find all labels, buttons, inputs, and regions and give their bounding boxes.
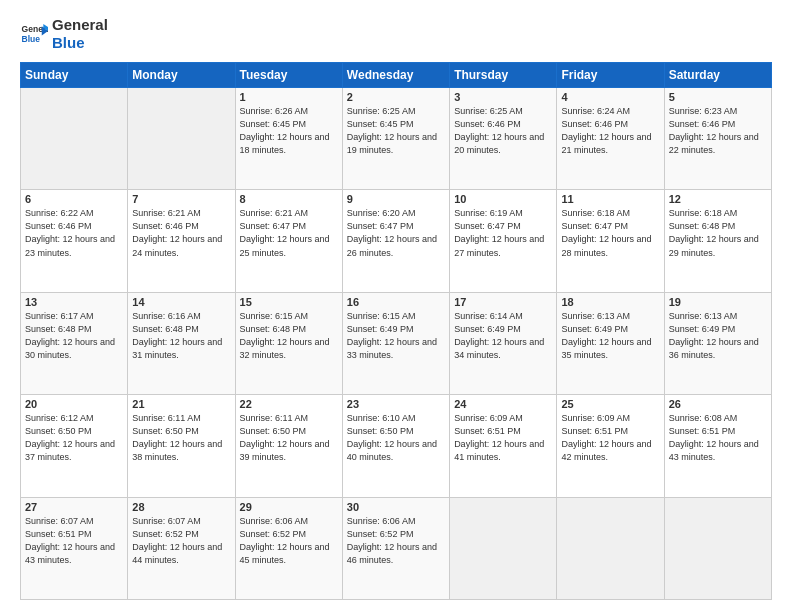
day-number: 13 bbox=[25, 296, 123, 308]
day-number: 8 bbox=[240, 193, 338, 205]
day-number: 4 bbox=[561, 91, 659, 103]
calendar-cell: 12Sunrise: 6:18 AM Sunset: 6:48 PM Dayli… bbox=[664, 190, 771, 292]
calendar-cell bbox=[557, 497, 664, 599]
calendar-cell: 19Sunrise: 6:13 AM Sunset: 6:49 PM Dayli… bbox=[664, 292, 771, 394]
calendar-cell: 21Sunrise: 6:11 AM Sunset: 6:50 PM Dayli… bbox=[128, 395, 235, 497]
logo-general: General bbox=[52, 16, 108, 34]
day-info: Sunrise: 6:18 AM Sunset: 6:48 PM Dayligh… bbox=[669, 207, 767, 259]
day-info: Sunrise: 6:25 AM Sunset: 6:45 PM Dayligh… bbox=[347, 105, 445, 157]
day-info: Sunrise: 6:07 AM Sunset: 6:51 PM Dayligh… bbox=[25, 515, 123, 567]
day-number: 10 bbox=[454, 193, 552, 205]
day-number: 9 bbox=[347, 193, 445, 205]
day-number: 30 bbox=[347, 501, 445, 513]
calendar-cell: 3Sunrise: 6:25 AM Sunset: 6:46 PM Daylig… bbox=[450, 88, 557, 190]
calendar-cell: 26Sunrise: 6:08 AM Sunset: 6:51 PM Dayli… bbox=[664, 395, 771, 497]
day-info: Sunrise: 6:11 AM Sunset: 6:50 PM Dayligh… bbox=[132, 412, 230, 464]
day-number: 25 bbox=[561, 398, 659, 410]
day-info: Sunrise: 6:13 AM Sunset: 6:49 PM Dayligh… bbox=[561, 310, 659, 362]
day-info: Sunrise: 6:21 AM Sunset: 6:46 PM Dayligh… bbox=[132, 207, 230, 259]
calendar-cell: 24Sunrise: 6:09 AM Sunset: 6:51 PM Dayli… bbox=[450, 395, 557, 497]
calendar-cell: 11Sunrise: 6:18 AM Sunset: 6:47 PM Dayli… bbox=[557, 190, 664, 292]
day-info: Sunrise: 6:18 AM Sunset: 6:47 PM Dayligh… bbox=[561, 207, 659, 259]
day-number: 11 bbox=[561, 193, 659, 205]
day-number: 1 bbox=[240, 91, 338, 103]
day-number: 15 bbox=[240, 296, 338, 308]
col-header-thursday: Thursday bbox=[450, 63, 557, 88]
calendar-cell: 8Sunrise: 6:21 AM Sunset: 6:47 PM Daylig… bbox=[235, 190, 342, 292]
page-header: General Blue General Blue bbox=[20, 16, 772, 52]
day-number: 19 bbox=[669, 296, 767, 308]
calendar-cell: 30Sunrise: 6:06 AM Sunset: 6:52 PM Dayli… bbox=[342, 497, 449, 599]
col-header-saturday: Saturday bbox=[664, 63, 771, 88]
day-number: 27 bbox=[25, 501, 123, 513]
day-info: Sunrise: 6:08 AM Sunset: 6:51 PM Dayligh… bbox=[669, 412, 767, 464]
col-header-wednesday: Wednesday bbox=[342, 63, 449, 88]
col-header-friday: Friday bbox=[557, 63, 664, 88]
day-number: 20 bbox=[25, 398, 123, 410]
calendar-table: SundayMondayTuesdayWednesdayThursdayFrid… bbox=[20, 62, 772, 600]
day-info: Sunrise: 6:24 AM Sunset: 6:46 PM Dayligh… bbox=[561, 105, 659, 157]
day-number: 29 bbox=[240, 501, 338, 513]
day-number: 17 bbox=[454, 296, 552, 308]
day-info: Sunrise: 6:06 AM Sunset: 6:52 PM Dayligh… bbox=[240, 515, 338, 567]
day-number: 18 bbox=[561, 296, 659, 308]
logo: General Blue General Blue bbox=[20, 16, 108, 52]
calendar-cell: 6Sunrise: 6:22 AM Sunset: 6:46 PM Daylig… bbox=[21, 190, 128, 292]
day-number: 3 bbox=[454, 91, 552, 103]
day-info: Sunrise: 6:21 AM Sunset: 6:47 PM Dayligh… bbox=[240, 207, 338, 259]
calendar-cell: 17Sunrise: 6:14 AM Sunset: 6:49 PM Dayli… bbox=[450, 292, 557, 394]
day-number: 28 bbox=[132, 501, 230, 513]
day-number: 21 bbox=[132, 398, 230, 410]
calendar-cell: 13Sunrise: 6:17 AM Sunset: 6:48 PM Dayli… bbox=[21, 292, 128, 394]
calendar-cell bbox=[450, 497, 557, 599]
day-info: Sunrise: 6:20 AM Sunset: 6:47 PM Dayligh… bbox=[347, 207, 445, 259]
day-number: 7 bbox=[132, 193, 230, 205]
day-info: Sunrise: 6:09 AM Sunset: 6:51 PM Dayligh… bbox=[561, 412, 659, 464]
day-info: Sunrise: 6:26 AM Sunset: 6:45 PM Dayligh… bbox=[240, 105, 338, 157]
calendar-cell: 29Sunrise: 6:06 AM Sunset: 6:52 PM Dayli… bbox=[235, 497, 342, 599]
calendar-cell: 10Sunrise: 6:19 AM Sunset: 6:47 PM Dayli… bbox=[450, 190, 557, 292]
day-info: Sunrise: 6:17 AM Sunset: 6:48 PM Dayligh… bbox=[25, 310, 123, 362]
day-info: Sunrise: 6:12 AM Sunset: 6:50 PM Dayligh… bbox=[25, 412, 123, 464]
day-number: 2 bbox=[347, 91, 445, 103]
day-number: 24 bbox=[454, 398, 552, 410]
calendar-cell: 7Sunrise: 6:21 AM Sunset: 6:46 PM Daylig… bbox=[128, 190, 235, 292]
calendar-cell: 27Sunrise: 6:07 AM Sunset: 6:51 PM Dayli… bbox=[21, 497, 128, 599]
day-number: 22 bbox=[240, 398, 338, 410]
day-info: Sunrise: 6:16 AM Sunset: 6:48 PM Dayligh… bbox=[132, 310, 230, 362]
day-number: 16 bbox=[347, 296, 445, 308]
calendar-cell: 22Sunrise: 6:11 AM Sunset: 6:50 PM Dayli… bbox=[235, 395, 342, 497]
day-info: Sunrise: 6:09 AM Sunset: 6:51 PM Dayligh… bbox=[454, 412, 552, 464]
day-number: 23 bbox=[347, 398, 445, 410]
day-info: Sunrise: 6:06 AM Sunset: 6:52 PM Dayligh… bbox=[347, 515, 445, 567]
calendar-cell: 28Sunrise: 6:07 AM Sunset: 6:52 PM Dayli… bbox=[128, 497, 235, 599]
day-info: Sunrise: 6:15 AM Sunset: 6:49 PM Dayligh… bbox=[347, 310, 445, 362]
calendar-cell: 16Sunrise: 6:15 AM Sunset: 6:49 PM Dayli… bbox=[342, 292, 449, 394]
calendar-cell: 25Sunrise: 6:09 AM Sunset: 6:51 PM Dayli… bbox=[557, 395, 664, 497]
calendar-cell: 20Sunrise: 6:12 AM Sunset: 6:50 PM Dayli… bbox=[21, 395, 128, 497]
calendar-cell: 23Sunrise: 6:10 AM Sunset: 6:50 PM Dayli… bbox=[342, 395, 449, 497]
calendar-cell: 9Sunrise: 6:20 AM Sunset: 6:47 PM Daylig… bbox=[342, 190, 449, 292]
day-info: Sunrise: 6:10 AM Sunset: 6:50 PM Dayligh… bbox=[347, 412, 445, 464]
col-header-monday: Monday bbox=[128, 63, 235, 88]
day-info: Sunrise: 6:19 AM Sunset: 6:47 PM Dayligh… bbox=[454, 207, 552, 259]
logo-blue: Blue bbox=[52, 34, 108, 52]
day-number: 12 bbox=[669, 193, 767, 205]
day-number: 26 bbox=[669, 398, 767, 410]
col-header-sunday: Sunday bbox=[21, 63, 128, 88]
day-info: Sunrise: 6:25 AM Sunset: 6:46 PM Dayligh… bbox=[454, 105, 552, 157]
day-info: Sunrise: 6:07 AM Sunset: 6:52 PM Dayligh… bbox=[132, 515, 230, 567]
calendar-cell: 4Sunrise: 6:24 AM Sunset: 6:46 PM Daylig… bbox=[557, 88, 664, 190]
calendar-cell bbox=[21, 88, 128, 190]
calendar-cell: 15Sunrise: 6:15 AM Sunset: 6:48 PM Dayli… bbox=[235, 292, 342, 394]
day-info: Sunrise: 6:11 AM Sunset: 6:50 PM Dayligh… bbox=[240, 412, 338, 464]
calendar-cell: 14Sunrise: 6:16 AM Sunset: 6:48 PM Dayli… bbox=[128, 292, 235, 394]
calendar-cell: 1Sunrise: 6:26 AM Sunset: 6:45 PM Daylig… bbox=[235, 88, 342, 190]
logo-icon: General Blue bbox=[20, 20, 48, 48]
day-info: Sunrise: 6:13 AM Sunset: 6:49 PM Dayligh… bbox=[669, 310, 767, 362]
day-info: Sunrise: 6:23 AM Sunset: 6:46 PM Dayligh… bbox=[669, 105, 767, 157]
calendar-cell: 18Sunrise: 6:13 AM Sunset: 6:49 PM Dayli… bbox=[557, 292, 664, 394]
calendar-cell: 2Sunrise: 6:25 AM Sunset: 6:45 PM Daylig… bbox=[342, 88, 449, 190]
calendar-cell bbox=[664, 497, 771, 599]
svg-text:Blue: Blue bbox=[22, 34, 41, 44]
